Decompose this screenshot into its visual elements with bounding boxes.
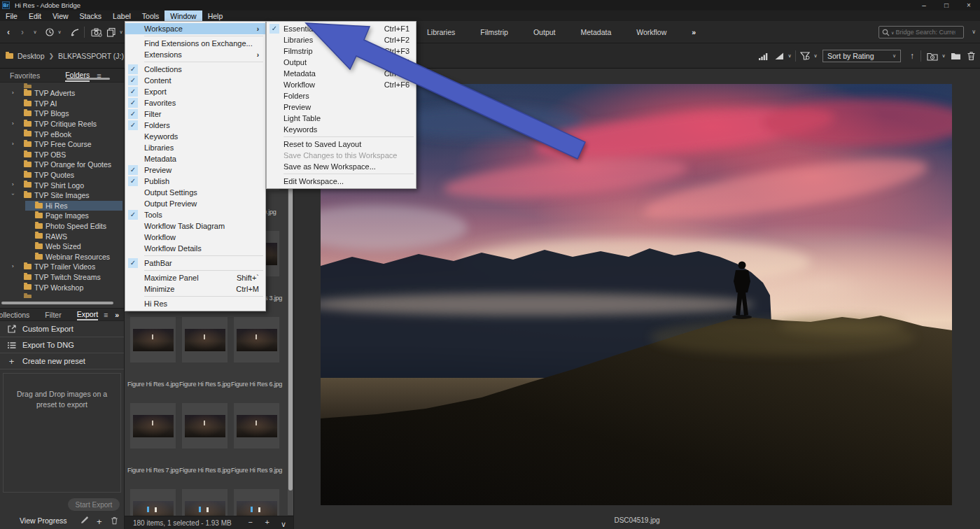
tree-item[interactable] [0,292,124,298]
tree-item-tvp-ebook[interactable]: TVP eBook [0,129,124,139]
panel-menu-icon[interactable]: ≡ [104,311,108,319]
window-menu-item[interactable]: Metadata [125,153,265,164]
window-menu-item[interactable]: ✓Export [125,86,265,97]
window-menu-item[interactable]: ✓PathBar [125,258,265,269]
thumbnail[interactable] [234,317,279,362]
breadcrumb-drive[interactable]: BLKPASSPORT (J:) [58,52,124,60]
sort-dropdown[interactable]: Sort by Rating ∨ [822,50,901,62]
menu-window[interactable]: Window [164,10,202,21]
preset-drop-zone[interactable]: Drag and Drop images on a preset to expo… [3,373,121,493]
filter-dropdown-icon[interactable]: ∨ [812,43,819,69]
tabs-overflow-chevron[interactable]: » [692,28,696,36]
tree-item-webinar-resources[interactable]: Webinar Resources [0,252,124,262]
tab-export[interactable]: Export [77,309,98,320]
workspace-submenu-item[interactable]: Keywords [267,124,416,135]
view-options-chevron-icon[interactable]: ∨ [281,520,286,529]
copy-pages-icon[interactable] [105,21,118,43]
window-menu-item[interactable]: ✓Preview [125,164,265,176]
menu-edit[interactable]: Edit [23,10,47,21]
tree-item-tvp-critique-reels[interactable]: ›TVP Critique Reels [0,119,124,129]
window-menu-item[interactable]: Output Settings [125,187,265,198]
rating-ramp-icon[interactable] [757,43,769,69]
window-menu-item[interactable]: Workflow Details [125,243,265,254]
export-to-dng-button[interactable]: Export To DNG [0,337,124,353]
edit-pencil-icon[interactable] [80,516,88,524]
window-menu-item[interactable]: ✓Publish [125,176,265,187]
panel-overflow-icon[interactable]: » [115,311,119,319]
tree-item-tvp-quotes[interactable]: TVP Quotes [0,170,124,181]
view-progress-link[interactable]: View Progress [20,516,67,525]
import-camera-icon[interactable] [90,21,104,43]
tree-item-photo-speed-edits[interactable]: Photo Speed Edits [0,221,124,232]
workspace-submenu-item[interactable]: Preview [267,101,416,113]
window-menu-item[interactable]: Hi Res [125,298,265,309]
tree-item[interactable] [0,83,124,88]
thumbnail[interactable] [130,403,176,449]
workspace-tab-metadata[interactable]: Metadata [580,28,611,36]
workspace-tab-workflow[interactable]: Workflow [636,28,666,36]
create-preset-button[interactable]: + Create new preset [0,353,124,369]
tab-favorites[interactable]: Favorites [10,70,40,81]
expand-arrow-icon[interactable]: › [12,181,14,188]
close-button[interactable]: × [958,0,980,10]
menu-view[interactable]: View [47,10,74,21]
menu-file[interactable]: File [0,10,23,21]
restore-button[interactable]: □ [935,0,958,10]
thumbnail[interactable] [182,403,227,449]
custom-export-button[interactable]: Custom Export [0,321,124,337]
tree-item-raws[interactable]: RAWS [0,231,124,241]
collapse-arrow-icon[interactable]: › [10,193,16,195]
forward-icon[interactable]: › [17,21,28,43]
window-menu-item[interactable]: MinimizeCtrl+M [125,283,265,295]
window-menu-item[interactable]: ✓Tools [125,209,265,220]
minimize-button[interactable]: – [913,0,935,10]
tree-item-tvp-blogs[interactable]: TVP Blogs [0,108,124,119]
thumbnail[interactable] [182,317,227,362]
tree-item-tvp-free-course[interactable]: ›TVP Free Course [0,139,124,150]
back-icon[interactable]: ‹ [3,21,14,43]
tree-item-web-sized[interactable]: Web Sized [0,241,124,252]
recent-folder-dropdown-icon[interactable]: ∨ [940,43,947,69]
workspace-submenu-item[interactable]: Light Table [267,113,416,124]
copy-dropdown-icon[interactable]: ∨ [118,21,125,43]
window-menu-item[interactable]: Output Preview [125,198,265,209]
window-menu-item[interactable]: Workflow [125,232,265,243]
boomerang-icon[interactable] [69,21,81,43]
window-menu-item[interactable]: Libraries [125,142,265,153]
start-export-button[interactable]: Start Export [68,498,120,511]
tree-item-hi-res[interactable]: Hi Res [0,201,124,211]
tab-filter[interactable]: Filter [45,310,61,320]
workspace-submenu-item[interactable]: WorkflowCtrl+F6 [267,79,416,90]
workspace-tab-libraries[interactable]: Libraries [427,28,455,36]
expand-arrow-icon[interactable]: › [12,120,14,127]
menu-help[interactable]: Help [202,10,229,21]
workspace-submenu-item[interactable]: Save as New Workspace... [267,161,416,172]
recent-folder-icon[interactable] [925,43,939,69]
menu-tools[interactable]: Tools [136,10,165,21]
workspace-submenu-item[interactable]: Reset to Saved Layout [267,139,416,150]
window-menu-item[interactable]: Find Extensions on Exchange... [125,38,265,49]
window-menu-item[interactable]: ✓Filter [125,108,265,120]
search-options-chevron-icon[interactable]: ∨ [972,29,976,35]
tree-item-tvp-trailer-videos[interactable]: ›TVP Trailer Videos [0,262,124,272]
window-menu-item[interactable]: Workspace› [125,23,265,34]
expand-arrow-icon[interactable]: › [12,141,14,147]
window-menu-item[interactable]: Workflow Task Diagram [125,220,265,232]
new-folder-icon[interactable] [949,43,962,69]
search-input[interactable] [895,29,955,36]
menu-stacks[interactable]: Stacks [74,10,108,21]
quality-dropdown-icon[interactable]: ∨ [786,43,793,69]
workspace-tab-output[interactable]: Output [533,28,556,36]
tree-item-tvp-obs[interactable]: TVP OBS [0,150,124,160]
recent-files-icon[interactable] [43,21,56,43]
workspace-submenu-item[interactable]: LibrariesCtrl+F2 [267,34,416,45]
tree-item-tvp-adverts[interactable]: ›TVP Adverts [0,88,124,99]
thumbnail[interactable] [130,317,176,362]
thumbnail[interactable] [234,403,279,449]
zoom-out-icon[interactable]: − [248,518,253,526]
tree-item-tvp-ai[interactable]: TVP AI [0,99,124,109]
horizontal-scrollbar[interactable] [1,302,113,304]
window-menu-item[interactable]: Keywords [125,131,265,142]
tree-item-tvp-workshop[interactable]: TVP Workshop [0,282,124,292]
panel-grip[interactable] [66,78,110,80]
